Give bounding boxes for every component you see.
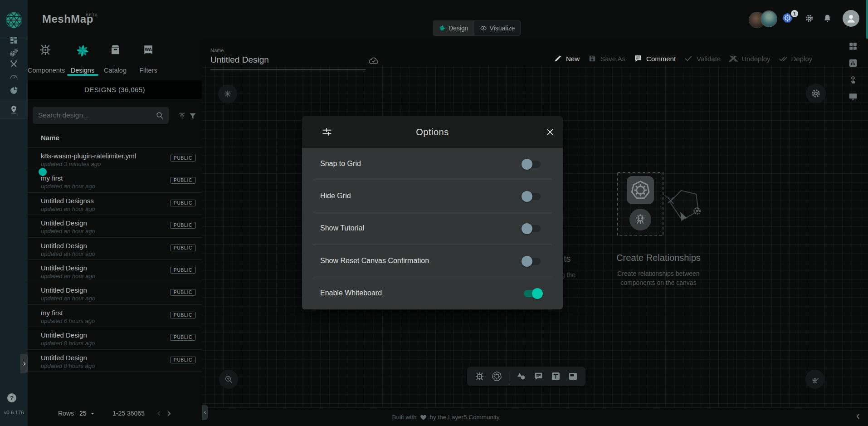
charts-icon[interactable]	[848, 58, 858, 68]
tab-catalog[interactable]: Catalog	[98, 39, 133, 80]
design-author-avatar[interactable]	[38, 167, 48, 177]
rows-per-page-select[interactable]: 25	[79, 410, 87, 417]
option-label: Show Reset Canvas Confirmation	[320, 257, 429, 265]
meshmap-app: ? v0.6.176 MeshMap BETA Design Visualize…	[0, 0, 868, 426]
toggle-knob	[522, 223, 532, 234]
svg-text:WA: WA	[145, 47, 152, 52]
undeploy-button[interactable]: Undeploy	[729, 54, 770, 63]
lifecycle-gears-icon[interactable]	[9, 48, 19, 58]
option-divider	[313, 309, 552, 309]
comment-tool-icon[interactable]	[533, 371, 544, 382]
onboarding-subtitle-line1: Create relationships between	[617, 270, 699, 277]
comment-button[interactable]: Comment	[634, 54, 676, 63]
notifications-bell-icon[interactable]	[823, 14, 832, 23]
extensions-donut-icon[interactable]	[9, 86, 19, 95]
assistant-lamp-button[interactable]	[805, 370, 824, 389]
new-button[interactable]: New	[553, 54, 580, 63]
design-list-item[interactable]: Untitled Designupdated 8 hours agoPUBLIC	[28, 350, 202, 372]
visibility-badge: PUBLIC	[170, 334, 196, 341]
toggle-knob	[532, 288, 543, 299]
mode-toggle: Design Visualize	[433, 20, 521, 36]
kubernetes-tool-icon[interactable]	[492, 371, 502, 382]
design-list-item[interactable]: Untitled Designupdated 8 hours agoPUBLIC	[28, 327, 202, 349]
show-reset-canvas-confirmation-toggle[interactable]	[524, 258, 541, 265]
design-list-item[interactable]: Untitled Designssupdated an hour agoPUBL…	[28, 193, 202, 215]
collapse-right-icon[interactable]	[854, 413, 862, 420]
design-list-item[interactable]: Untitled Designupdated an hour agoPUBLIC	[28, 238, 202, 260]
touch-interaction-icon[interactable]	[848, 75, 858, 85]
help-button[interactable]: ?	[7, 393, 16, 402]
enable-whiteboard-toggle[interactable]	[524, 290, 541, 297]
tab-visualize[interactable]: Visualize	[474, 21, 521, 35]
design-name-input[interactable]: Untitled Design	[210, 55, 269, 65]
hide-grid-toggle[interactable]	[524, 193, 541, 200]
snap-to-grid-toggle[interactable]	[524, 161, 541, 168]
right-edge-accent	[866, 0, 868, 39]
close-icon[interactable]	[545, 127, 555, 137]
import-design-icon[interactable]	[178, 112, 186, 120]
validate-button[interactable]: Validate	[684, 54, 721, 63]
panel-collapse-handle[interactable]	[20, 354, 28, 373]
filter-icon[interactable]	[188, 112, 197, 121]
save-as-button[interactable]: Save As	[588, 54, 625, 63]
tab-catalog-label: Catalog	[98, 67, 133, 74]
user-avatar[interactable]	[843, 10, 859, 27]
design-name: Untitled Design	[41, 242, 87, 250]
design-name: Untitled Design	[41, 264, 87, 272]
performance-speedometer-icon[interactable]	[9, 72, 19, 81]
design-updated: updated 3 minutes ago	[41, 161, 101, 167]
tab-filters[interactable]: WA Filters	[131, 39, 166, 80]
shapes-tool-icon[interactable]	[516, 371, 527, 382]
design-updated: updated an hour ago	[41, 273, 95, 279]
save-icon	[588, 54, 597, 63]
action-label: Validate	[697, 55, 721, 63]
panels-grid-icon[interactable]	[848, 41, 858, 51]
design-list-item[interactable]: k8s-wasm-plugin-ratelimiter.ymlupdated 3…	[28, 148, 202, 170]
design-list-item[interactable]: Untitled Designupdated an hour agoPUBLIC	[28, 215, 202, 237]
collaborator-avatar-2[interactable]	[761, 10, 777, 27]
option-label: Hide Grid	[320, 192, 351, 200]
search-icon[interactable]	[155, 111, 164, 120]
configuration-tools-icon[interactable]	[9, 59, 19, 69]
show-tutorial-toggle[interactable]	[524, 225, 541, 232]
designs-icon	[75, 43, 90, 59]
tab-filters-label: Filters	[131, 67, 166, 74]
settings-gear-icon[interactable]	[805, 14, 814, 23]
next-page-icon[interactable]	[166, 410, 172, 417]
chevron-down-icon[interactable]	[89, 411, 96, 417]
pencil-icon	[553, 54, 562, 63]
design-list-item[interactable]: Untitled Designupdated an hour agoPUBLIC	[28, 260, 202, 282]
column-header-name[interactable]: Name	[41, 134, 59, 142]
option-label: Show Tutorial	[320, 224, 364, 232]
text-tool-icon[interactable]	[551, 371, 561, 382]
toggle-knob	[522, 159, 532, 170]
canvas-pattern-button[interactable]	[218, 84, 237, 103]
options-modal-header[interactable]: Options	[302, 116, 563, 148]
comment-icon	[634, 54, 643, 63]
tab-design[interactable]: Design	[433, 21, 474, 35]
zoom-button[interactable]	[219, 370, 238, 389]
saved-cloud-icon	[368, 55, 380, 67]
canvas-settings-button[interactable]	[806, 83, 826, 103]
option-row: Show Tutorial	[302, 212, 563, 245]
meshmap-pin-icon[interactable]	[9, 105, 19, 114]
design-list-item[interactable]: my firstupdated an hour agoPUBLIC	[28, 170, 202, 192]
component-tool-icon[interactable]	[474, 371, 485, 382]
dashboard-icon[interactable]	[9, 35, 19, 45]
design-updated: updated an hour ago	[41, 295, 95, 302]
credit-suffix: by the Layer5 Community	[430, 414, 500, 421]
search-input[interactable]	[33, 107, 157, 124]
layer5-logo-icon[interactable]	[4, 10, 24, 30]
tab-designs-label: Designs	[65, 67, 100, 74]
prev-page-icon[interactable]	[156, 410, 162, 417]
design-name: Untitled Design	[41, 286, 87, 294]
design-updated: updated an hour ago	[41, 183, 95, 190]
lamp-icon	[810, 374, 820, 384]
design-list-item[interactable]: my firstupdated 6 hours agoPUBLIC	[28, 305, 202, 327]
display-monitor-icon[interactable]	[848, 92, 858, 102]
tab-components[interactable]: Components	[28, 39, 63, 80]
footer-collapse-handle[interactable]	[202, 405, 208, 420]
design-list-item[interactable]: Untitled Designupdated an hour agoPUBLIC	[28, 282, 202, 304]
deploy-button[interactable]: Deploy	[779, 54, 813, 63]
image-tool-icon[interactable]	[568, 371, 578, 382]
